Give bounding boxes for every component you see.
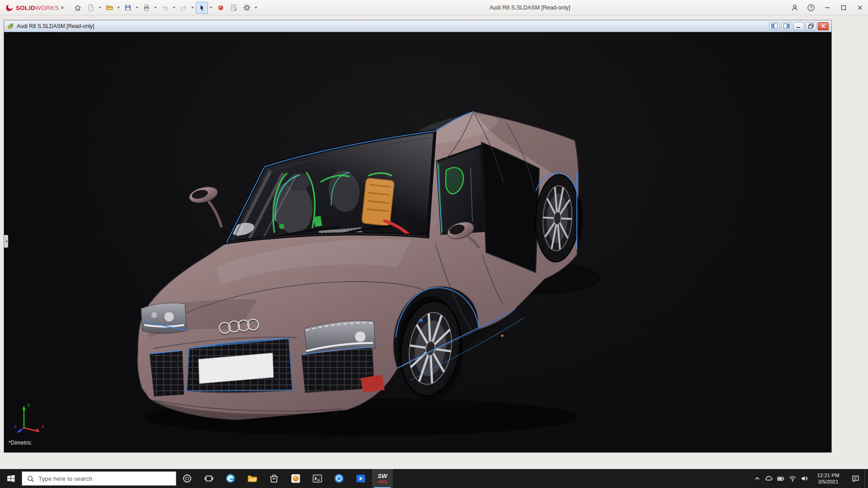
- close-icon: [856, 4, 864, 12]
- taskbar-search[interactable]: Type here to search: [22, 471, 176, 486]
- screen: SOLIDWORKS: [0, 0, 868, 488]
- app-title: Audi R8 S.SLDASM [Read-only]: [490, 0, 571, 15]
- print-button[interactable]: [140, 2, 152, 14]
- taskbar-app-task-view[interactable]: [198, 469, 219, 488]
- assembly-document-icon: [7, 23, 14, 30]
- clock-date: 3/5/2021: [818, 479, 839, 485]
- doc-restore-button[interactable]: [806, 22, 816, 30]
- minimize-icon: [823, 4, 831, 12]
- home-icon: [74, 4, 82, 12]
- tray-volume-button[interactable]: [798, 469, 810, 488]
- search-icon: [27, 475, 34, 483]
- options-dropdown[interactable]: [254, 2, 258, 14]
- help-button[interactable]: ?: [803, 0, 819, 15]
- quick-access-toolbar: [71, 2, 258, 14]
- doc-minimize-icon: [795, 23, 802, 29]
- open-dropdown[interactable]: [116, 2, 121, 14]
- undo-icon: [161, 4, 169, 12]
- redo-icon: [179, 4, 188, 12]
- document-window-controls: [769, 22, 829, 30]
- collapse-arrow-icon: [5, 240, 7, 243]
- show-desktop-button[interactable]: [864, 469, 868, 488]
- tray-hidden-icons-chevron[interactable]: [751, 469, 763, 488]
- triad-y-label: y: [28, 402, 30, 407]
- brand-works: WORKS: [35, 5, 59, 11]
- search-placeholder: Type here to search: [38, 475, 92, 482]
- brand-solid: SOLID: [16, 5, 35, 11]
- save-dropdown[interactable]: [135, 2, 139, 14]
- appearance-tool-button[interactable]: [214, 2, 226, 14]
- account-icon: [791, 4, 799, 12]
- clock-time: 12:21 PM: [817, 472, 839, 479]
- action-center-button[interactable]: [846, 469, 864, 488]
- taskbar-app-terminal[interactable]: [307, 469, 328, 488]
- app-maximize-button[interactable]: [835, 0, 852, 15]
- undo-button[interactable]: [159, 2, 171, 14]
- redo-button[interactable]: [177, 2, 189, 14]
- taskbar-app-store[interactable]: [264, 469, 284, 488]
- taskbar-app-photos[interactable]: [285, 469, 306, 488]
- solidworks-logo: SOLIDWORKS: [5, 0, 59, 15]
- system-tray: 12:21 PM 3/5/2021: [751, 469, 868, 488]
- taskbar-app-edrawings[interactable]: [329, 469, 349, 488]
- sheet-properties-icon: [230, 4, 238, 12]
- store-icon: [269, 474, 279, 483]
- tray-onedrive-button[interactable]: [763, 469, 775, 488]
- cortana-icon: [182, 474, 192, 483]
- taskbar-app-media-player[interactable]: [350, 469, 371, 488]
- terminal-icon: [312, 473, 323, 484]
- photos-icon: [290, 473, 301, 484]
- taskbar-app-edge[interactable]: [220, 469, 241, 488]
- cloud-icon: [765, 474, 773, 483]
- print-dropdown[interactable]: [153, 2, 158, 14]
- select-tool-button[interactable]: [196, 2, 208, 14]
- solidworks-taskbar-icon: SW 2021: [378, 473, 387, 484]
- tray-clock[interactable]: 12:21 PM 3/5/2021: [810, 472, 846, 485]
- select-tool-dropdown[interactable]: [209, 2, 213, 14]
- undo-dropdown[interactable]: [172, 2, 176, 14]
- open-button[interactable]: [103, 2, 115, 14]
- triad-x-label: x: [42, 424, 44, 429]
- doc-minimize-button[interactable]: [793, 22, 804, 30]
- tray-battery-button[interactable]: [775, 469, 787, 488]
- new-document-button[interactable]: [85, 2, 97, 14]
- car-model-render[interactable]: [4, 32, 830, 452]
- app-minimize-button[interactable]: [819, 0, 835, 15]
- open-folder-icon: [105, 4, 113, 12]
- graphics-viewport[interactable]: y x z *Dimetric: [4, 32, 830, 452]
- doc-tile-left-button[interactable]: [769, 22, 780, 30]
- taskbar-app-solidworks[interactable]: SW 2021: [372, 469, 393, 488]
- start-button[interactable]: [0, 469, 22, 488]
- battery-icon: [777, 474, 785, 483]
- save-icon: [124, 4, 132, 12]
- account-button[interactable]: [787, 0, 803, 15]
- file-explorer-icon: [247, 473, 258, 484]
- doc-close-button[interactable]: [818, 22, 829, 30]
- document-titlebar[interactable]: Audi R8 S.SLDASM [Read-only]: [4, 20, 831, 32]
- app-close-button[interactable]: [852, 0, 868, 15]
- new-document-dropdown[interactable]: [98, 2, 102, 14]
- tray-network-button[interactable]: [787, 469, 798, 488]
- solidworks-version-badge: 2021: [378, 480, 387, 484]
- redo-dropdown[interactable]: [190, 2, 195, 14]
- task-view-icon: [204, 474, 214, 483]
- solidworks-logo-icon: [5, 3, 14, 12]
- menu-expand-arrow-icon[interactable]: [59, 0, 66, 15]
- doc-tile-right-button[interactable]: [781, 22, 792, 30]
- home-button[interactable]: [71, 2, 84, 14]
- print-icon: [142, 4, 151, 12]
- new-document-icon: [87, 4, 95, 12]
- chevron-up-icon: [754, 475, 760, 482]
- taskbar-app-file-explorer[interactable]: [242, 469, 263, 488]
- media-player-icon: [355, 473, 366, 484]
- titlebar-right-controls: ?: [787, 0, 868, 15]
- edrawings-icon: [334, 473, 344, 484]
- taskbar-app-cortana[interactable]: [177, 469, 198, 488]
- options-button[interactable]: [241, 2, 253, 14]
- appearance-sphere-icon: [217, 4, 225, 12]
- panel-collapse-tab[interactable]: [4, 235, 8, 248]
- sheet-properties-button[interactable]: [227, 2, 240, 14]
- edge-icon: [225, 473, 236, 484]
- windows-logo-icon: [6, 474, 15, 483]
- save-button[interactable]: [122, 2, 134, 14]
